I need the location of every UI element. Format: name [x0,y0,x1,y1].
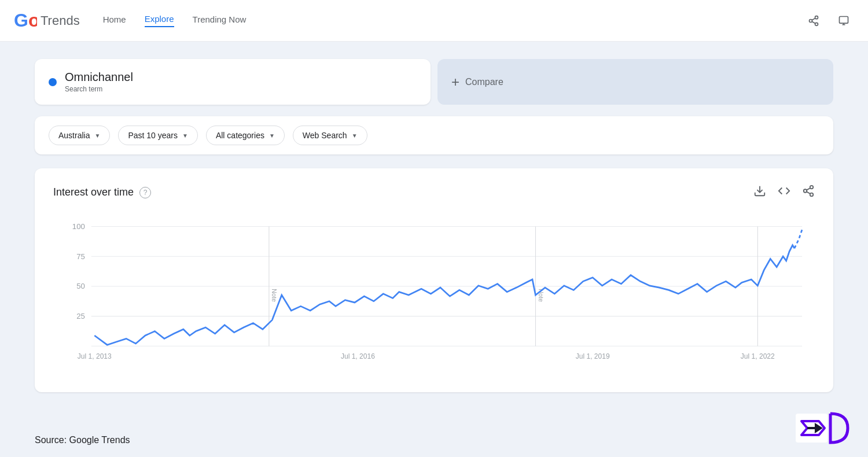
nav-explore[interactable]: Explore [145,14,174,27]
nav: Home Explore Trending Now [103,14,803,27]
svg-rect-6 [840,16,848,23]
svg-point-1 [815,16,818,19]
svg-text:Jul 1, 2013: Jul 1, 2013 [78,352,112,360]
filter-location[interactable]: Australia ▼ [49,126,110,145]
nav-trending-now[interactable]: Trending Now [193,14,247,27]
filter-search-type[interactable]: Web Search ▼ [293,126,367,145]
search-label: Search term [65,85,133,93]
svg-text:50: 50 [76,282,85,290]
svg-point-12 [810,193,814,197]
compare-label: Compare [465,77,503,87]
svg-point-11 [804,189,807,193]
svg-text:Note: Note [271,289,278,302]
chevron-down-icon: ▼ [94,132,100,139]
share-icon[interactable] [803,10,824,31]
svg-line-13 [807,191,810,194]
share-chart-icon[interactable] [802,185,815,200]
chart-header: Interest over time ? [53,185,815,200]
svg-text:Jul 1, 2022: Jul 1, 2022 [741,352,775,360]
svg-text:Jul 1, 2016: Jul 1, 2016 [341,352,375,360]
filter-category[interactable]: All categories ▼ [206,126,285,145]
header: Google Trends Home Explore Trending Now [0,0,868,42]
trend-chart: 100 75 50 25 Note Note Jul 1, 2013 Jul 1… [53,214,815,376]
search-term: Omnichannel [65,71,133,84]
main-content: Omnichannel Search term + Compare Austra… [0,42,868,457]
search-text: Omnichannel Search term [65,71,133,93]
logo-text: Trends [41,13,80,28]
trend-chart-container: 100 75 50 25 Note Note Jul 1, 2013 Jul 1… [53,214,815,378]
bottom-logo [793,405,851,451]
filters-row: Australia ▼ Past 10 years ▼ All categori… [35,116,833,154]
search-box: Omnichannel Search term [35,59,431,105]
embed-icon[interactable] [778,185,790,200]
chart-section: Interest over time ? [35,168,833,392]
chart-title: Interest over time [53,186,134,198]
svg-point-10 [810,186,814,189]
svg-point-2 [810,19,812,22]
filter-time[interactable]: Past 10 years ▼ [118,126,198,145]
help-icon[interactable]: ? [139,187,151,198]
download-icon[interactable] [753,185,766,200]
compare-plus-icon: + [451,75,459,89]
search-dot-icon [49,78,57,86]
google-logo-icon: Google [14,9,37,32]
svg-text:Jul 1, 2019: Jul 1, 2019 [576,352,610,360]
logo: Google Trends [14,9,80,32]
svg-text:25: 25 [76,312,85,320]
feedback-icon[interactable] [833,10,854,31]
svg-line-5 [812,18,815,20]
svg-line-14 [807,188,810,190]
svg-text:75: 75 [76,252,85,261]
svg-point-3 [815,23,818,25]
chevron-down-icon: ▼ [182,132,188,139]
header-actions [803,10,854,31]
chevron-down-icon: ▼ [269,132,275,139]
chart-actions [753,185,815,200]
chart-title-row: Interest over time ? [53,186,151,198]
svg-text:Google: Google [14,10,37,31]
svg-text:100: 100 [72,222,85,231]
nav-home[interactable]: Home [103,14,126,27]
search-section: Omnichannel Search term + Compare [35,59,833,105]
source-text: Source: Google Trends [35,435,130,445]
chevron-down-icon: ▼ [352,132,358,139]
compare-box[interactable]: + Compare [437,59,833,105]
svg-line-4 [812,21,815,23]
